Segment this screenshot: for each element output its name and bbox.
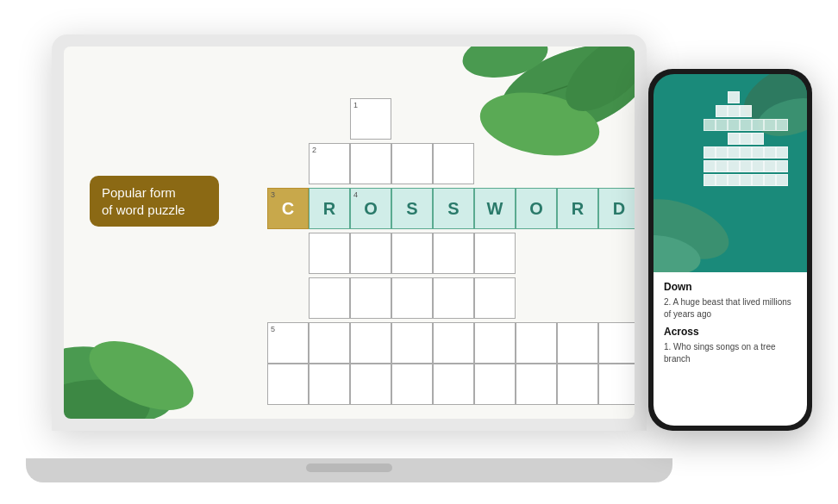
cell-r5-c9 [598, 322, 635, 364]
phone-clue-across-1: 1. Who sings songs on a tree branch [664, 341, 797, 365]
cell-r6-c2 [309, 364, 350, 405]
cell-r3-c5 [433, 233, 474, 274]
phone-screen: Down 2. A huge beast that lived millions… [654, 74, 807, 426]
cell-r6-c9 [598, 364, 635, 405]
phone-clues-section: Down 2. A huge beast that lived millions… [654, 272, 807, 426]
cell-r2-c9: D [598, 188, 635, 229]
cell-r4-c5 [433, 277, 474, 319]
cell-r4-c2 [309, 277, 350, 319]
cell-r2-c1-dark: 3 C [267, 188, 309, 229]
cell-r5-c3 [350, 322, 391, 364]
cell-r2-c3: 4O [350, 188, 391, 229]
cell-r2-c7: O [516, 188, 557, 229]
cell-r4-c3 [350, 277, 391, 319]
cell-r6-c4 [391, 364, 433, 405]
cell-r5-c7 [516, 322, 557, 364]
phone-section-across: Across [664, 326, 797, 338]
phone-section-down: Down [664, 281, 797, 293]
cell-r6-c7 [516, 364, 557, 405]
laptop-screen: Popular form of word puzzle 1 2 [64, 47, 635, 419]
cell-r2-c5: S [433, 188, 474, 229]
cell-r6-c6 [474, 364, 516, 405]
cell-r3-c6 [474, 233, 516, 274]
laptop-body: Popular form of word puzzle 1 2 [52, 34, 647, 431]
cell-r3-c3 [350, 233, 391, 274]
cell-r5-c4 [391, 322, 433, 364]
cell-r5-c2 [309, 322, 350, 364]
scene: Popular form of word puzzle 1 2 [0, 0, 838, 504]
cell-r1-c5 [433, 143, 474, 184]
phone-clue-down-2: 2. A huge beast that lived millions of y… [664, 296, 797, 320]
crossword-grid: 1 2 3 C [184, 98, 633, 419]
tooltip-text: Popular form [102, 185, 176, 200]
cell-r2-c2: R [309, 188, 350, 229]
laptop-base [26, 458, 672, 482]
cell-r5-c8 [557, 322, 598, 364]
cell-r6-c3 [350, 364, 391, 405]
laptop: Popular form of word puzzle 1 2 [52, 34, 664, 482]
tooltip-text2: of word puzzle [102, 202, 185, 217]
cell-r1-c4 [391, 143, 433, 184]
cell-r1-c2: 2 [309, 143, 350, 184]
tooltip-box: Popular form of word puzzle [90, 176, 219, 227]
cell-r1-c3 [350, 143, 391, 184]
cell-r4-c6 [474, 277, 516, 319]
cell-r6-c1 [267, 364, 309, 405]
phone: Down 2. A huge beast that lived millions… [648, 69, 812, 431]
cell-r5-c5 [433, 322, 474, 364]
phone-top-section [654, 74, 807, 272]
cell-r6-c8 [557, 364, 598, 405]
cell-r4-c4 [391, 277, 433, 319]
cell-r2-c4: S [391, 188, 433, 229]
cell-r5-c1: 5 [267, 322, 309, 364]
cell-r3-c4 [391, 233, 433, 274]
cell-r3-c2 [309, 233, 350, 274]
cell-r2-c6: W [474, 188, 516, 229]
phone-mini-grid [704, 91, 798, 229]
cell-r2-c8: R [557, 188, 598, 229]
cell-r6-c5 [433, 364, 474, 405]
cell-r0-c3: 1 [350, 98, 391, 140]
cell-r5-c6 [474, 322, 516, 364]
